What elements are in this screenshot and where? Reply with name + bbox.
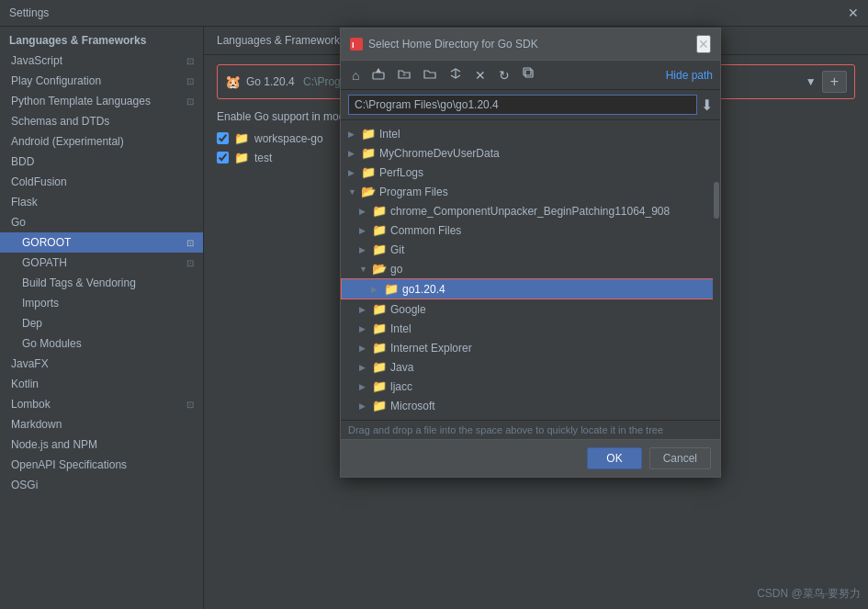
dialog-close-button[interactable]: ✕ — [696, 35, 711, 53]
toolbar-move-btn[interactable] — [445, 65, 466, 85]
sidebar-item-openapi[interactable]: OpenAPI Specifications — [0, 455, 203, 475]
module-workspace-go-label: workspace-go — [254, 132, 323, 145]
sidebar-item-go-modules[interactable]: Go Modules — [0, 333, 203, 354]
chevron-right-icon: ▶ — [359, 382, 368, 391]
tree-item-microsoft[interactable]: ▶ 📁 Microsoft — [341, 396, 720, 415]
dialog-cancel-button[interactable]: Cancel — [649, 447, 711, 469]
close-icon[interactable]: ✕ — [848, 6, 859, 20]
folder-icon: 📁 — [384, 282, 399, 296]
sidebar-item-label: BDD — [11, 155, 34, 168]
dialog-ok-button[interactable]: OK — [587, 447, 641, 469]
tree-item-label: go1.20.4 — [402, 283, 445, 296]
dialog-toolbar: ⌂ + — [341, 61, 720, 90]
tree-item-ljacc[interactable]: ▶ 📁 ljacc — [341, 377, 720, 396]
sidebar-item-go[interactable]: Go — [0, 212, 203, 232]
svg-rect-9 — [524, 68, 531, 75]
sidebar-item-label: Android (Experimental) — [11, 135, 124, 148]
tree-item-mychrome[interactable]: ▶ 📁 MyChromeDevUserData — [341, 143, 720, 163]
sidebar-item-label: Go — [11, 216, 26, 229]
toolbar-new-folder-btn[interactable]: + — [394, 65, 414, 85]
sidebar-item-bdd[interactable]: BDD — [0, 152, 203, 172]
tree-item-label: MyChromeDevUserData — [379, 147, 500, 160]
tree-item-chrome-unpacker[interactable]: ▶ 📁 chrome_ComponentUnpacker_BeginPatchi… — [341, 201, 720, 220]
svg-marker-5 — [376, 68, 381, 73]
sidebar: Languages & Frameworks JavaScript ⊡ Play… — [0, 27, 204, 609]
folder-up-icon — [372, 67, 385, 80]
svg-rect-4 — [373, 73, 384, 79]
folder-icon: 📁 — [361, 127, 376, 141]
sidebar-item-label: Build Tags & Vendoring — [22, 276, 136, 289]
sidebar-item-markdown[interactable]: Markdown — [0, 414, 203, 434]
tree-item-common-files[interactable]: ▶ 📁 Common Files — [341, 220, 720, 240]
sidebar-item-dep[interactable]: Dep — [0, 313, 203, 333]
toolbar-delete-btn[interactable]: ✕ — [471, 66, 490, 85]
toolbar-refresh-btn[interactable]: ↻ — [495, 66, 513, 85]
sidebar-item-android[interactable]: Android (Experimental) — [0, 131, 203, 152]
sdk-add-button[interactable]: + — [822, 71, 847, 93]
hide-path-button[interactable]: Hide path — [666, 69, 713, 82]
tree-item-git[interactable]: ▶ 📁 Git — [341, 240, 720, 259]
intellij-icon: I — [350, 38, 363, 51]
tree-item-label: Common Files — [390, 224, 461, 237]
tree-item-ie[interactable]: ▶ 📁 Internet Explorer — [341, 338, 720, 357]
svg-text:+: + — [402, 72, 406, 78]
sidebar-item-osgi[interactable]: OSGi — [0, 475, 203, 495]
tree-item-go-folder[interactable]: ▼ 📂 go — [341, 259, 720, 278]
tree-item-java[interactable]: ▶ 📁 Java — [341, 357, 720, 377]
tree-item-label: Intel — [390, 322, 411, 335]
chevron-right-icon: ▶ — [359, 305, 368, 314]
chevron-right-icon: ▶ — [359, 344, 368, 353]
sidebar-item-play-configuration[interactable]: Play Configuration ⊡ — [0, 71, 203, 91]
module-test-checkbox[interactable] — [217, 152, 229, 164]
sidebar-item-label: Python Template Languages — [11, 95, 151, 107]
dialog-path-input[interactable] — [348, 95, 697, 115]
toolbar-copy-btn[interactable] — [519, 65, 539, 85]
folder-icon: 📁 — [372, 204, 387, 218]
sidebar-item-goroot[interactable]: GOROOT ⊡ — [0, 232, 203, 253]
chevron-down-icon: ▼ — [359, 265, 368, 274]
tree-item-program-files[interactable]: ▼ 📂 Program Files — [341, 182, 720, 201]
tree-item-label: Google — [390, 303, 426, 316]
folder-icon: 📁 — [372, 321, 387, 335]
chevron-right-icon: ▶ — [359, 324, 368, 333]
module-workspace-go-checkbox[interactable] — [217, 132, 229, 144]
tree-item-intel2[interactable]: ▶ 📁 Intel — [341, 319, 720, 338]
tree-item-go1204[interactable]: ▶ 📁 go1.20.4 — [341, 278, 720, 299]
scrollbar-thumb[interactable] — [714, 182, 719, 219]
new-folder-icon: + — [398, 67, 411, 80]
folder-icon: 📁 — [372, 418, 387, 420]
tree-item-label: ljacc — [390, 380, 412, 393]
scrollbar-track[interactable] — [713, 120, 720, 420]
sidebar-item-kotlin[interactable]: Kotlin — [0, 374, 203, 394]
sidebar-item-imports[interactable]: Imports — [0, 293, 203, 313]
tree-item-label: Intel — [379, 128, 400, 141]
settings-page-icon: ⊡ — [186, 96, 194, 107]
sidebar-item-label: Markdown — [11, 418, 62, 431]
tree-item-ms-health-tools[interactable]: ▶ 📁 Microsoft Update Health Tools — [341, 415, 720, 420]
sidebar-item-gopath[interactable]: GOPATH ⊡ — [0, 253, 203, 273]
dialog-path-go-button[interactable]: ⬇ — [701, 96, 713, 114]
sidebar-item-javascript[interactable]: JavaScript ⊡ — [0, 51, 203, 71]
settings-page-icon: ⊡ — [186, 56, 194, 66]
tree-item-label: go — [390, 263, 402, 276]
move-icon — [449, 67, 462, 80]
tree-item-label: Git — [390, 243, 404, 256]
sidebar-item-coldfusion[interactable]: ColdFusion — [0, 172, 203, 192]
sidebar-item-label: Go Modules — [22, 337, 82, 350]
sdk-dropdown-btn[interactable]: ▼ — [806, 75, 817, 88]
tree-item-perflogs[interactable]: ▶ 📁 PerfLogs — [341, 163, 720, 182]
sidebar-item-flask[interactable]: Flask — [0, 192, 203, 212]
tree-item-google[interactable]: ▶ 📁 Google — [341, 299, 720, 319]
sidebar-item-schemas-dtds[interactable]: Schemas and DTDs — [0, 111, 203, 131]
toolbar-up-btn[interactable] — [368, 65, 389, 85]
sidebar-item-nodejs-npm[interactable]: Node.js and NPM — [0, 434, 203, 455]
title-bar: Settings ✕ — [0, 0, 868, 27]
toolbar-home-btn[interactable]: ⌂ — [348, 66, 363, 85]
sidebar-item-lombok[interactable]: Lombok ⊡ — [0, 394, 203, 414]
svg-text:I: I — [352, 40, 355, 50]
sidebar-item-build-tags[interactable]: Build Tags & Vendoring — [0, 273, 203, 293]
sidebar-item-python-template-languages[interactable]: Python Template Languages ⊡ — [0, 91, 203, 111]
sidebar-item-javafx[interactable]: JavaFX — [0, 354, 203, 374]
tree-item-intel[interactable]: ▶ 📁 Intel — [341, 124, 720, 143]
toolbar-folder-btn[interactable] — [420, 65, 440, 85]
